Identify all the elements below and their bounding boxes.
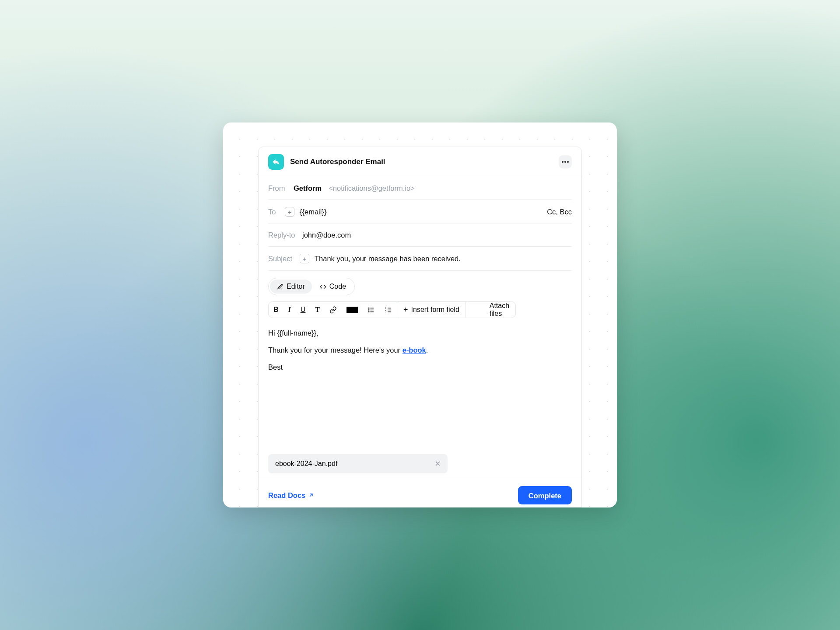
reply-to-row: Reply-to john@doe.com (268, 224, 572, 247)
insert-form-field-label: Insert form field (411, 306, 459, 314)
editor-mode-tabs: Editor Code (259, 271, 581, 300)
header-fields: From Getform <notifications@getform.io> … (259, 177, 581, 271)
body-line-1: Hi {{full-name}}, (268, 328, 572, 339)
from-address: <notifications@getform.io> (329, 184, 415, 192)
body-line-2: Thank you for your message! Here's your … (268, 345, 572, 356)
subject-label: Subject (268, 255, 294, 263)
read-docs-label: Read Docs (268, 491, 305, 500)
read-docs-link[interactable]: Read Docs (268, 491, 314, 500)
numbered-list-button[interactable]: 123 (380, 302, 397, 318)
attachment-chip: ebook-2024-Jan.pdf × (268, 454, 448, 473)
svg-point-4 (369, 309, 369, 310)
attach-files-label: Attach files (490, 302, 509, 318)
reply-arrow-icon (268, 154, 284, 170)
reply-to-value[interactable]: john@doe.com (302, 231, 351, 239)
subject-value[interactable]: Thank you, your message has been receive… (315, 255, 461, 263)
remove-attachment-button[interactable]: × (435, 459, 441, 469)
card-header: Send Autoresponder Email (259, 147, 581, 177)
add-subject-variable-button[interactable]: + (300, 254, 309, 263)
tab-code-label: Code (329, 283, 346, 290)
attachment-filename: ebook-2024-Jan.pdf (275, 460, 337, 468)
more-menu-button[interactable] (559, 155, 572, 168)
attach-files-button[interactable]: Attach files (466, 302, 515, 318)
body-line-3: Best (268, 362, 572, 373)
color-swatch (346, 307, 358, 313)
reply-to-label: Reply-to (268, 231, 297, 239)
bullet-list-button[interactable] (363, 302, 380, 318)
external-link-icon (308, 492, 314, 498)
svg-point-3 (369, 308, 369, 308)
from-label: From (268, 184, 288, 192)
from-row: From Getform <notifications@getform.io> (268, 177, 572, 200)
from-name: Getform (294, 184, 322, 192)
bold-button[interactable]: B (269, 302, 284, 318)
text-color-button[interactable] (342, 303, 363, 317)
tab-editor-label: Editor (287, 283, 305, 290)
text-size-button[interactable]: T (310, 302, 325, 318)
ebook-link[interactable]: e-book (402, 346, 426, 354)
subject-row: Subject + Thank you, your message has be… (268, 247, 572, 271)
format-toolbar: B I U T 123 + (259, 300, 581, 318)
email-body-editor[interactable]: Hi {{full-name}}, Thank you for your mes… (259, 318, 581, 454)
to-value[interactable]: {{email}} (300, 208, 326, 216)
to-label: To (268, 208, 280, 216)
tab-code[interactable]: Code (313, 280, 353, 294)
plus-icon: + (403, 306, 408, 314)
svg-point-5 (369, 312, 369, 312)
insert-form-field-button[interactable]: + Insert form field (397, 302, 466, 318)
cc-bcc-toggle[interactable]: Cc, Bcc (547, 208, 572, 216)
tab-editor[interactable]: Editor (270, 280, 312, 294)
italic-button[interactable]: I (284, 302, 296, 318)
canvas-panel: Send Autoresponder Email From Getform <n… (223, 122, 617, 508)
svg-text:3: 3 (385, 311, 386, 313)
link-button[interactable] (325, 302, 342, 318)
card-footer: Read Docs Complete (259, 477, 581, 507)
autoresponder-card: Send Autoresponder Email From Getform <n… (258, 147, 582, 508)
underline-button[interactable]: U (296, 302, 311, 318)
to-row: To + {{email}} Cc, Bcc (268, 200, 572, 224)
add-to-variable-button[interactable]: + (285, 207, 294, 217)
card-title: Send Autoresponder Email (290, 158, 385, 166)
complete-button[interactable]: Complete (518, 486, 572, 504)
paperclip-icon (472, 303, 486, 317)
